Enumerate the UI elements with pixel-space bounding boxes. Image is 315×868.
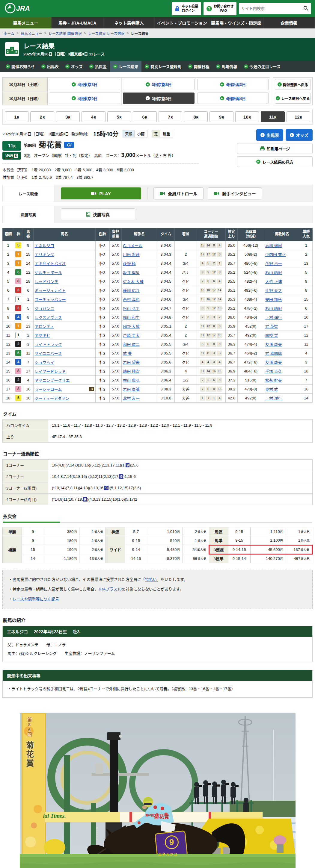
meeting-button-r2-1[interactable]: ▶4回東京9日	[49, 93, 120, 104]
trainer-link[interactable]: 国枝 栄	[265, 333, 278, 338]
note-link[interactable]: JRAプラス10	[98, 587, 122, 591]
horse-link[interactable]: ゲルチュタール	[35, 270, 94, 275]
race-button-9r[interactable]: 9R	[209, 112, 233, 122]
breadcrumb-item-3[interactable]: レース結果 開催選択	[49, 31, 82, 36]
race-button-10r[interactable]: 10R	[235, 112, 259, 122]
sub-nav-item-1[interactable]: ▶開催お知らせ	[2, 61, 38, 72]
sub-nav-item-8[interactable]: ▶馬場情報	[213, 61, 241, 72]
finish-photo-button[interactable]: 決勝写真	[61, 208, 135, 220]
jockey-link[interactable]: 横山 典弘	[123, 378, 140, 383]
jockey-link[interactable]: 和田 竜二	[123, 342, 140, 347]
jockey-link[interactable]: 嶋田 純次	[123, 369, 140, 374]
jockey-link[interactable]: 坂井 瑠星	[123, 270, 140, 275]
faq-button[interactable]: ? お問い合わせFAQ	[203, 2, 236, 15]
trainer-link[interactable]: 大竹 正博	[265, 279, 282, 284]
trainer-link[interactable]: 友道 康夫	[265, 360, 282, 365]
horse-link[interactable]: エキサイトバイオ	[35, 260, 94, 266]
search-icon[interactable]	[303, 6, 308, 12]
horse-link[interactable]: ライトトラック	[35, 341, 94, 347]
horse-link[interactable]: ジョバンニ	[35, 305, 94, 311]
horse-link[interactable]: エリキング	[35, 251, 94, 257]
sub-nav-item-6[interactable]: ▶特別レース登録馬	[141, 61, 184, 72]
horse-link[interactable]: コーチェラバレー	[35, 297, 94, 302]
jockey-link[interactable]: 岩田 康誠	[123, 387, 140, 392]
trainer-link[interactable]: 武 英智	[265, 324, 278, 329]
jockey-link[interactable]: 松山 弘平	[123, 306, 140, 311]
horse-link[interactable]: レッドバンデ	[35, 278, 94, 284]
patrol-video-button[interactable]: 全周パトロール	[153, 187, 203, 199]
entry-table-button[interactable]: ▶出馬表	[256, 129, 283, 141]
meeting-button-r2-2[interactable]: ▼3回京都9日	[123, 93, 194, 104]
trainer-link[interactable]: 奥村 武	[265, 387, 278, 392]
trainer-link[interactable]: 杉山 晴紀	[265, 270, 282, 275]
breadcrumb-item-4[interactable]: レース結果 レース選択	[88, 31, 124, 36]
horse-link[interactable]: ショウヘイ	[35, 359, 94, 365]
print-page-button[interactable]: 印刷用ページ	[237, 143, 313, 154]
trainer-link[interactable]: 高柳 瑞樹	[265, 243, 282, 248]
jockey-link[interactable]: 岩田 望来	[123, 360, 140, 365]
trainer-link[interactable]: 友道 康夫	[265, 342, 282, 347]
jockey-link[interactable]: 藤岡 佑介	[123, 288, 140, 293]
trainer-link[interactable]: 辻野 泰之	[265, 288, 282, 293]
jockey-interview-button[interactable]: 騎手インタビュー	[208, 187, 262, 199]
note-link[interactable]: レースや騎手等につく記号	[12, 597, 59, 601]
meeting-button-r2-3[interactable]: ▶4回新潟4日	[197, 93, 268, 104]
jockey-link[interactable]: 西村 淳也	[123, 297, 140, 302]
jockey-link[interactable]: C.ルメール	[123, 243, 142, 248]
sub-nav-item-4[interactable]: ▶払戻金	[86, 61, 110, 72]
note-link[interactable]: 特払い	[145, 577, 157, 582]
horse-link[interactable]: マイユニバース	[35, 350, 94, 356]
jockey-link[interactable]: 川田 将雅	[123, 252, 140, 257]
trainer-link[interactable]: 安田 翔伍	[265, 297, 282, 302]
horse-link[interactable]: レクスノヴァス	[35, 314, 94, 320]
trainer-link[interactable]: 上村 洋行	[265, 315, 282, 320]
horse-link[interactable]: ジーティーアダマン	[35, 395, 94, 401]
sub-nav-item-2[interactable]: ▶出馬表	[38, 61, 62, 72]
horse-link[interactable]: エネルジコ	[35, 243, 94, 248]
global-nav-item-6[interactable]: 企業情報	[263, 17, 315, 28]
how-to-read-button[interactable]: ▶レース結果の見方	[237, 156, 313, 167]
race-button-3r[interactable]: 3R	[56, 112, 80, 122]
race-button-6r[interactable]: 6R	[133, 112, 156, 122]
sub-nav-item-3[interactable]: ▶オッズ	[62, 61, 86, 72]
jockey-link[interactable]: 北村 友一	[123, 396, 140, 401]
trainer-link[interactable]: 中内田 充正	[265, 252, 286, 257]
search-input[interactable]	[241, 6, 302, 11]
sub-nav-item-5[interactable]: ▶レース結果	[110, 61, 141, 72]
jockey-link[interactable]: 佐々木 大輔	[123, 279, 144, 284]
play-button[interactable]: PLAY	[61, 187, 141, 199]
jockey-link[interactable]: 団野 大成	[123, 324, 140, 329]
jockey-link[interactable]: 武 豊	[123, 351, 132, 356]
horse-link[interactable]: ヤマニンブークリエ	[35, 377, 94, 383]
global-nav-item-4[interactable]: イベント・プロモーション	[155, 17, 209, 28]
horse-link[interactable]: アマキヒ	[35, 332, 94, 338]
trainer-link[interactable]: 武 幸四郎	[265, 351, 282, 356]
race-button-12r[interactable]: 12R	[287, 112, 310, 122]
horse-link[interactable]: レイヤードレッド	[35, 368, 94, 374]
race-button-7r[interactable]: 7R	[159, 112, 182, 122]
meeting-button-r1-2[interactable]: ▶3回京都8日	[123, 79, 194, 90]
trainer-link[interactable]: 上村 洋行	[265, 396, 282, 401]
jockey-link[interactable]: 横山 和生	[123, 315, 140, 320]
jockey-link[interactable]: 戸崎 圭太	[123, 333, 140, 338]
race-button-4r[interactable]: 4R	[82, 112, 105, 122]
breadcrumb-item-1[interactable]: ホーム	[4, 31, 15, 36]
global-nav-item-3[interactable]: ネット馬券購入	[104, 17, 155, 28]
global-nav-item-1[interactable]: 競馬メニュー	[0, 17, 52, 28]
breadcrumb-item-2[interactable]: 競馬メニュー	[21, 31, 42, 36]
net-voting-login-button[interactable]: ネット投票ログイン	[172, 2, 201, 15]
trainer-link[interactable]: 杉山 晴紀	[265, 306, 282, 311]
back-button-1[interactable]: ▲開催選択へ戻る	[275, 79, 311, 90]
race-button-8r[interactable]: 8R	[184, 112, 208, 122]
meeting-button-r1-1[interactable]: ▶4回東京8日	[49, 79, 120, 90]
race-button-11r[interactable]: 11R	[261, 112, 284, 122]
trainer-link[interactable]: 手塚 貴久	[265, 369, 282, 374]
jockey-link[interactable]: 荻野 極	[123, 261, 136, 266]
horse-link[interactable]: ミラージュナイト	[35, 287, 94, 293]
horse-link[interactable]: アロンディ	[35, 323, 94, 329]
trainer-link[interactable]: 今野 貞一	[265, 261, 282, 266]
race-button-1r[interactable]: 1R	[5, 112, 28, 122]
sub-nav-item-9[interactable]: ▶今週の注目レース	[241, 61, 284, 72]
trainer-link[interactable]: 松永 幹夫	[265, 378, 282, 383]
odds-button[interactable]: ▶オッズ	[286, 129, 313, 141]
